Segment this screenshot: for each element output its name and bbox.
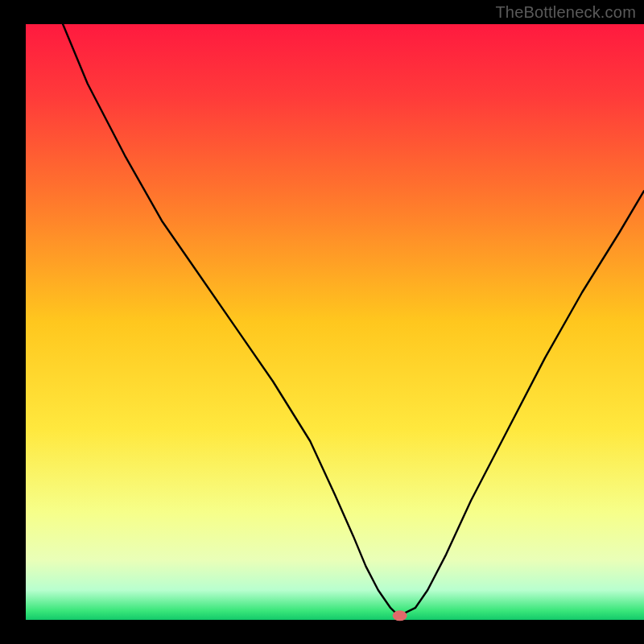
chart-frame: TheBottleneck.com xyxy=(0,0,644,644)
bottleneck-chart-canvas xyxy=(0,0,644,644)
watermark-label: TheBottleneck.com xyxy=(495,3,636,22)
